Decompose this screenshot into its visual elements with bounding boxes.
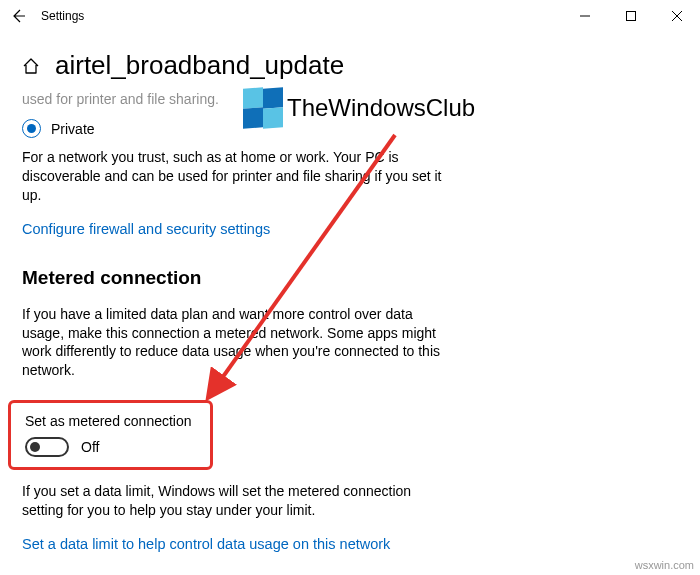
close-button[interactable]	[654, 0, 700, 32]
annotation-highlight: Set as metered connection Off	[8, 400, 213, 470]
back-arrow-icon	[10, 8, 26, 24]
truncated-text: used for printer and file sharing.	[22, 91, 678, 107]
maximize-icon	[626, 11, 636, 21]
page-header: airtel_broadband_update	[0, 32, 700, 91]
private-description: For a network you trust, such as at home…	[22, 148, 452, 205]
home-icon	[22, 57, 40, 75]
private-radio-label: Private	[51, 121, 95, 137]
home-button[interactable]	[22, 57, 40, 75]
toggle-thumb-icon	[30, 442, 40, 452]
metered-toggle-row: Off	[25, 437, 200, 457]
page-title: airtel_broadband_update	[55, 50, 344, 81]
metered-description: If you have a limited data plan and want…	[22, 305, 452, 381]
content-area: used for printer and file sharing. Priva…	[0, 91, 700, 553]
minimize-icon	[580, 11, 590, 21]
window-title: Settings	[41, 9, 84, 23]
close-icon	[672, 11, 682, 21]
private-radio[interactable]: Private	[22, 119, 678, 138]
site-watermark: wsxwin.com	[635, 559, 694, 571]
window-controls	[562, 0, 700, 32]
toggle-label: Set as metered connection	[25, 413, 200, 429]
metered-toggle[interactable]	[25, 437, 69, 457]
back-button[interactable]	[10, 8, 26, 24]
toggle-state-text: Off	[81, 439, 99, 455]
radio-icon	[22, 119, 41, 138]
firewall-link[interactable]: Configure firewall and security settings	[22, 221, 270, 237]
title-bar: Settings	[0, 0, 700, 32]
metered-note: If you set a data limit, Windows will se…	[22, 482, 452, 520]
svg-rect-0	[627, 12, 636, 21]
minimize-button[interactable]	[562, 0, 608, 32]
data-limit-link[interactable]: Set a data limit to help control data us…	[22, 536, 390, 552]
maximize-button[interactable]	[608, 0, 654, 32]
metered-heading: Metered connection	[22, 267, 678, 289]
